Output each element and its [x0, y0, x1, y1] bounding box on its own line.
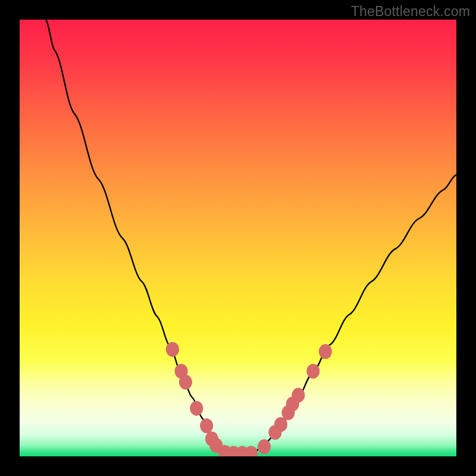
marker-dots-group — [166, 342, 332, 456]
marker-dot — [245, 446, 258, 456]
curves-group — [46, 20, 456, 454]
marker-dot — [190, 401, 203, 416]
right-curve — [238, 175, 456, 454]
marker-dot — [306, 364, 320, 378]
marker-dot — [292, 388, 305, 403]
marker-dot — [258, 439, 271, 454]
chart-frame: TheBottleneck.com — [0, 0, 476, 476]
chart-svg — [20, 20, 456, 456]
marker-dot — [200, 418, 213, 433]
marker-dot — [319, 344, 332, 359]
watermark-text: TheBottleneck.com — [351, 4, 470, 20]
left-curve — [46, 20, 238, 454]
plot-area — [20, 20, 456, 456]
marker-dot — [179, 375, 192, 390]
marker-dot — [166, 342, 179, 357]
